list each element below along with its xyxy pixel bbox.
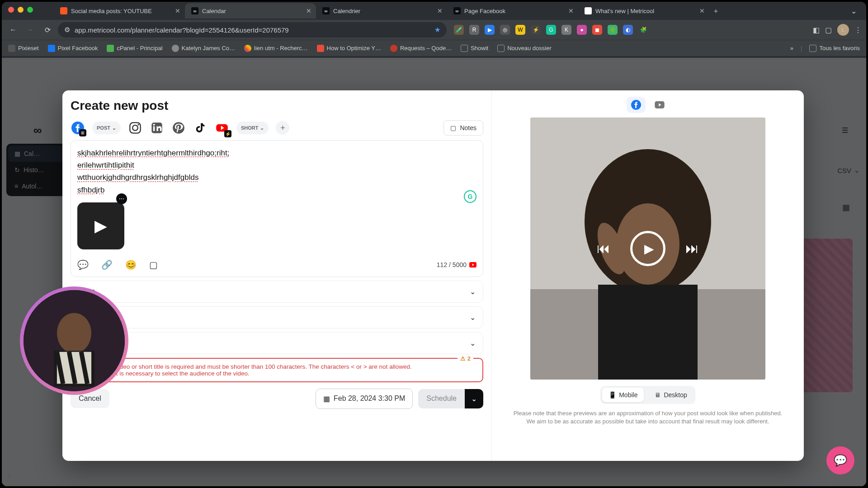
- extension-icon[interactable]: G: [546, 25, 556, 35]
- panel-icon[interactable]: ▢: [825, 26, 832, 34]
- bookmark-label: lien utm - Recherc…: [254, 45, 307, 52]
- bookmark-optimize[interactable]: How to Optimize Y…: [317, 45, 381, 52]
- tab-title: Social media posts: YOUTUBE: [71, 8, 171, 14]
- preview-tab-youtube[interactable]: [650, 97, 669, 113]
- extension-icon[interactable]: ●: [577, 25, 587, 35]
- short-type-pill[interactable]: SHORT ⌄: [236, 122, 269, 134]
- url-text: app.metricool.com/planner/calendar?blogI…: [75, 26, 289, 34]
- all-favorites[interactable]: Tous les favoris: [809, 45, 860, 52]
- validation-errors-box: REMEMBER ⚠2 YouTube - Video or short tit…: [71, 358, 483, 382]
- instagram-network-icon[interactable]: [128, 121, 142, 135]
- extension-icon[interactable]: 🧪: [454, 25, 464, 35]
- reload-button[interactable]: ⟳: [41, 23, 54, 37]
- bookmark-lien-utm[interactable]: lien utm - Recherc…: [244, 45, 307, 52]
- post-type-pill[interactable]: POST ⌄: [92, 122, 121, 134]
- window-maximize-icon[interactable]: [27, 7, 33, 13]
- window-close-icon[interactable]: [8, 7, 14, 13]
- bookmark-pixieset[interactable]: Pixieset: [8, 45, 39, 52]
- address-bar[interactable]: ⚙ app.metricool.com/planner/calendar?blo…: [58, 22, 447, 38]
- accordion-presets-3[interactable]: …e presets⌄: [71, 332, 483, 354]
- extension-icon[interactable]: K: [561, 25, 571, 35]
- pinterest-network-icon[interactable]: [171, 121, 186, 135]
- preview-tab-facebook[interactable]: [627, 97, 646, 113]
- bookmark-cpanel[interactable]: cPanel - Principal: [107, 45, 162, 52]
- grid-badge-icon: ⊞: [79, 129, 86, 136]
- extension-icon[interactable]: ◼: [592, 25, 602, 35]
- collapse-arrow[interactable]: ‹: [8, 469, 11, 480]
- video-preview[interactable]: ⏮ ▶ ⏭: [530, 117, 765, 380]
- media-icon[interactable]: ▢: [149, 259, 158, 270]
- schedule-dropdown-button[interactable]: ⌄: [465, 389, 483, 408]
- emoji-icon[interactable]: 😊: [125, 259, 137, 270]
- extensions-menu-icon[interactable]: 🧩: [638, 25, 648, 35]
- schedule-button[interactable]: Schedule: [418, 389, 465, 408]
- profile-avatar[interactable]: L: [837, 24, 849, 36]
- linkedin-network-icon[interactable]: [150, 121, 164, 135]
- grammarly-icon[interactable]: G: [464, 190, 476, 203]
- skip-forward-icon[interactable]: ⏭: [685, 241, 699, 256]
- close-icon[interactable]: ✕: [568, 7, 574, 14]
- post-text-input[interactable]: skjhakhrlehrelihrtryntierhtghermlthirdhg…: [77, 147, 476, 196]
- tab-menu-button[interactable]: ⌄: [847, 5, 860, 17]
- media-options-icon[interactable]: ⋯: [116, 193, 127, 204]
- site-icon: [317, 45, 324, 52]
- device-desktop-option[interactable]: 🖥Desktop: [648, 388, 693, 402]
- add-network-button[interactable]: +: [276, 121, 289, 135]
- window-minimize-icon[interactable]: [18, 7, 24, 13]
- notes-button[interactable]: ▢Notes: [443, 120, 483, 136]
- cpanel-icon: [107, 45, 114, 52]
- bookmark-katelyn[interactable]: Katelyn James Co…: [172, 45, 236, 52]
- accordion-presets-1[interactable]: …ets⌄: [71, 281, 483, 303]
- tab-social-media-posts[interactable]: Social media posts: YOUTUBE ✕: [54, 3, 185, 19]
- tab-title: Calendrier: [333, 8, 434, 14]
- tab-title: Calendar: [202, 8, 302, 14]
- compose-box: skjhakhrlehrelihrtryntierhtghermlthirdhg…: [71, 140, 483, 277]
- device-label: Mobile: [619, 391, 637, 399]
- accordion-presets-2[interactable]: …presets⌄: [71, 306, 483, 328]
- traffic-lights[interactable]: [8, 7, 33, 13]
- skip-back-icon[interactable]: ⏮: [597, 241, 610, 256]
- extension-icon[interactable]: ◎: [500, 25, 510, 35]
- close-icon[interactable]: ✕: [699, 7, 705, 14]
- bookmark-label: cPanel - Principal: [117, 45, 162, 52]
- favicon-icon: ∞: [322, 7, 330, 14]
- link-icon[interactable]: 🔗: [101, 259, 113, 270]
- extension-icon[interactable]: 🌵: [608, 25, 618, 35]
- datetime-button[interactable]: ▦Feb 28, 2024 3:30 PM: [316, 389, 413, 409]
- chat-bubble-icon: 💬: [834, 454, 847, 467]
- close-icon[interactable]: ✕: [437, 7, 443, 14]
- close-icon[interactable]: ✕: [306, 7, 311, 14]
- calendar-icon: ▦: [323, 394, 330, 403]
- media-thumbnail[interactable]: ▶: [77, 202, 124, 249]
- extension-icon[interactable]: ⚡: [531, 25, 541, 35]
- comment-icon[interactable]: 💬: [77, 259, 89, 270]
- extension-icon[interactable]: W: [515, 25, 525, 35]
- device-mobile-option[interactable]: 📱Mobile: [602, 388, 644, 402]
- bookmarks-overflow-icon[interactable]: »: [790, 45, 793, 52]
- back-button[interactable]: ←: [6, 23, 20, 37]
- tab-page-facebook[interactable]: ∞ Page Facebook ✕: [447, 3, 578, 19]
- tab-calendar[interactable]: ∞ Calendar ✕: [185, 3, 316, 19]
- bookmark-showit[interactable]: Showit: [461, 45, 488, 52]
- site-settings-icon[interactable]: ⚙: [64, 26, 70, 34]
- chrome-menu-icon[interactable]: ⋮: [854, 26, 862, 34]
- tiktok-network-icon[interactable]: [193, 121, 208, 135]
- screen-recorder-avatar[interactable]: [20, 286, 128, 395]
- bookmark-pixel-facebook[interactable]: Pixel Facebook: [48, 45, 98, 52]
- new-tab-button[interactable]: ＋: [709, 5, 722, 17]
- tab-whats-new[interactable]: What's new | Metricool ✕: [578, 3, 709, 19]
- play-button[interactable]: ▶: [630, 231, 665, 266]
- extension-icon[interactable]: ▶: [485, 25, 495, 35]
- folder-icon: [461, 45, 468, 52]
- tab-calendrier[interactable]: ∞ Calendrier ✕: [316, 3, 447, 19]
- extension-icon[interactable]: ◐: [623, 25, 633, 35]
- bookmark-nouveau-dossier[interactable]: Nouveau dossier: [497, 45, 552, 52]
- close-icon[interactable]: ✕: [175, 7, 180, 14]
- chat-fab[interactable]: 💬: [826, 446, 854, 474]
- bookmark-star-icon[interactable]: ★: [434, 26, 440, 34]
- side-panel-icon[interactable]: ◧: [813, 26, 820, 34]
- chevron-down-icon: ⌄: [471, 395, 477, 403]
- bookmark-requests[interactable]: Requests – Qode…: [390, 45, 452, 52]
- extension-icon[interactable]: R: [469, 25, 479, 35]
- validation-error-item: YouTube - It is necessary to select the …: [85, 370, 476, 377]
